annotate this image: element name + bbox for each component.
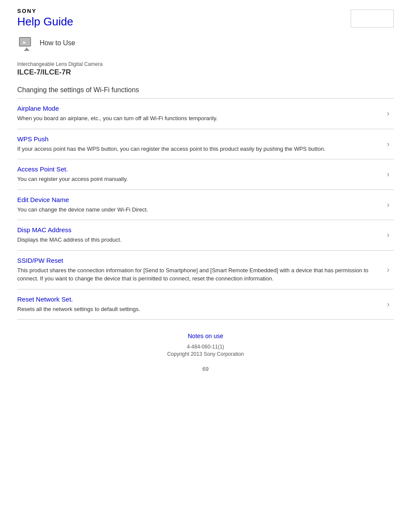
list-item-content: SSID/PW ResetThis product shares the con…	[17, 257, 387, 283]
item-title[interactable]: Disp MAC Address	[17, 226, 378, 233]
chevron-right-icon: ›	[387, 109, 394, 118]
item-title[interactable]: Airplane Mode	[17, 105, 378, 112]
list-item[interactable]: Reset Network Set.Resets all the network…	[17, 289, 394, 320]
help-guide-title: Help Guide	[17, 15, 73, 28]
list-item-content: Reset Network Set.Resets all the network…	[17, 296, 387, 314]
item-desc: When you board an airplane, etc., you ca…	[17, 114, 378, 123]
header-brand: SONY Help Guide	[17, 8, 73, 32]
item-desc: If your access point has the WPS button,…	[17, 145, 378, 153]
item-desc: This product shares the connection infor…	[17, 266, 378, 283]
list-item-content: Edit Device NameYou can change the devic…	[17, 196, 387, 214]
list-item-content: Airplane ModeWhen you board an airplane,…	[17, 105, 387, 123]
page-footer: Notes on use 4-484-060-11(1) Copyright 2…	[0, 320, 411, 381]
how-to-use-section: How to Use	[0, 32, 411, 53]
how-to-use-icon	[17, 34, 36, 53]
main-content: Interchangeable Lens Digital Camera ILCE…	[0, 53, 411, 320]
chevron-right-icon: ›	[387, 170, 394, 179]
item-desc: Displays the MAC address of this product…	[17, 236, 378, 244]
item-title[interactable]: Reset Network Set.	[17, 296, 378, 303]
list-item[interactable]: Disp MAC AddressDisplays the MAC address…	[17, 220, 394, 251]
notes-on-use-link[interactable]: Notes on use	[17, 333, 394, 339]
list-item-content: WPS PushIf your access point has the WPS…	[17, 135, 387, 153]
sony-logo: SONY	[17, 8, 73, 14]
header-search-box[interactable]	[351, 9, 394, 28]
list-item[interactable]: Access Point Set.You can register your a…	[17, 159, 394, 190]
chevron-right-icon: ›	[387, 140, 394, 149]
item-desc: You can register your access point manua…	[17, 175, 378, 184]
item-title[interactable]: Edit Device Name	[17, 196, 378, 203]
item-title[interactable]: SSID/PW Reset	[17, 257, 378, 264]
camera-subtitle: Interchangeable Lens Digital Camera	[17, 61, 394, 67]
camera-model: ILCE-7/ILCE-7R	[17, 68, 394, 77]
chevron-right-icon: ›	[387, 230, 394, 240]
item-title[interactable]: Access Point Set.	[17, 165, 378, 173]
item-desc: Resets all the network settings to defau…	[17, 305, 378, 314]
list-item-content: Disp MAC AddressDisplays the MAC address…	[17, 226, 387, 244]
page-number: 69	[17, 366, 394, 372]
list-item[interactable]: WPS PushIf your access point has the WPS…	[17, 129, 394, 160]
svg-marker-2	[25, 47, 28, 50]
svg-rect-3	[24, 50, 29, 51]
chevron-right-icon: ›	[387, 200, 394, 209]
item-title[interactable]: WPS Push	[17, 135, 378, 143]
item-desc: You can change the device name under Wi-…	[17, 205, 378, 214]
how-to-use-label: How to Use	[40, 39, 75, 47]
list-item-content: Access Point Set.You can register your a…	[17, 165, 387, 184]
chevron-right-icon: ›	[387, 300, 394, 309]
footer-code: 4-484-060-11(1)	[17, 344, 394, 350]
items-list: Airplane ModeWhen you board an airplane,…	[17, 98, 394, 320]
page-header: SONY Help Guide	[0, 0, 411, 32]
list-item[interactable]: SSID/PW ResetThis product shares the con…	[17, 251, 394, 289]
footer-copyright: Copyright 2013 Sony Corporation	[17, 351, 394, 357]
section-heading: Changing the settings of Wi-Fi functions	[17, 86, 394, 94]
svg-rect-1	[20, 38, 30, 46]
list-item[interactable]: Airplane ModeWhen you board an airplane,…	[17, 99, 394, 129]
chevron-right-icon: ›	[387, 265, 394, 274]
list-item[interactable]: Edit Device NameYou can change the devic…	[17, 190, 394, 221]
